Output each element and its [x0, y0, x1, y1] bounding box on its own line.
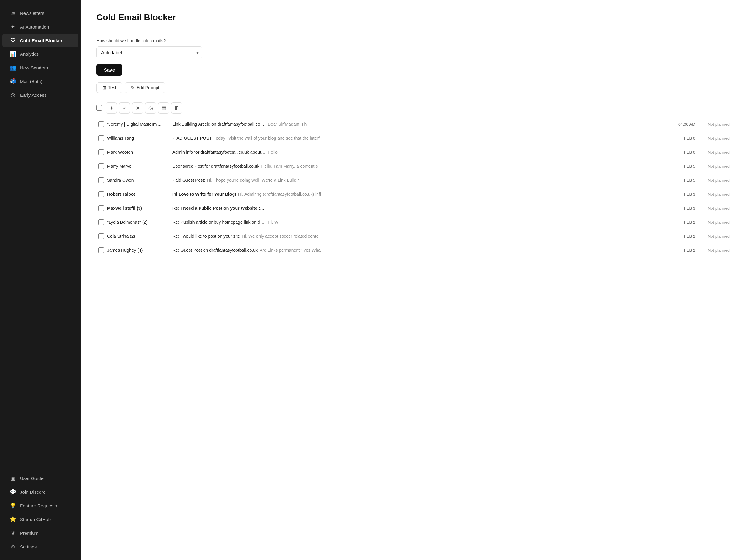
email-sender: James Hughey (4) [107, 248, 169, 252]
sidebar-item-premium[interactable]: ♛Premium [2, 526, 78, 540]
settings-icon: ⚙ [9, 543, 16, 550]
email-date: FEB 2 [673, 234, 695, 239]
sidebar-bottom: ▣User Guide💬Join Discord💡Feature Request… [0, 468, 81, 560]
email-row[interactable]: "Jeremy | Digital Mastermi... Link Build… [97, 117, 731, 131]
email-subject-preview: Paid Guest Post: Hi, I hope you're doing… [173, 178, 670, 183]
x-btn-icon: ✕ [136, 105, 140, 111]
sidebar-item-label: Newsletters [20, 10, 44, 16]
tab-edit-prompt[interactable]: ✎Edit Prompt [125, 82, 165, 93]
sidebar-item-newsletters[interactable]: ✉Newsletters [2, 6, 78, 20]
edit-prompt-tab-icon: ✎ [131, 85, 134, 90]
email-sender: Marry Marvel [107, 164, 169, 169]
premium-icon: ♛ [9, 530, 16, 536]
tab-test[interactable]: ⊞Test [97, 82, 122, 93]
toolbar-check-btn[interactable]: ✓ [119, 102, 130, 113]
email-sender: Sandra Owen [107, 178, 169, 183]
email-row[interactable]: "Lydia Bolmenäs" (2) Re: Publish article… [97, 215, 731, 229]
email-row[interactable]: Sandra Owen Paid Guest Post: Hi, I hope … [97, 173, 731, 187]
sidebar-item-mail-beta[interactable]: 📬Mail (Beta) [2, 75, 78, 88]
email-preview: Hi, I hope you're doing well. We're a Li… [207, 178, 670, 183]
email-preview: Hi, We only accept soccer related conte [242, 234, 670, 239]
toolbar-eye-btn[interactable]: ◎ [145, 102, 156, 113]
sidebar-item-label: User Guide [20, 476, 44, 481]
email-sender: Cela Strina (2) [107, 234, 169, 239]
check-btn-icon: ✓ [123, 105, 127, 111]
sidebar-top: ✉Newsletters✦AI Automation🛡Cold Email Bl… [0, 0, 81, 468]
email-preview: Are Links permanent? Yes Wha [260, 248, 670, 252]
email-checkbox-0[interactable] [98, 121, 104, 127]
email-subject: PIAD GUEST POST [173, 136, 212, 141]
sidebar-item-analytics[interactable]: 📊Analytics [2, 47, 78, 61]
email-subject-preview: Admin info for draftfantasyfootball.co.u… [173, 150, 670, 155]
email-checkbox-4[interactable] [98, 177, 104, 183]
email-preview: Dear Sir/Madam, I h [268, 122, 670, 127]
email-checkbox-8[interactable] [98, 233, 104, 239]
sidebar-item-ai-automation[interactable]: ✦AI Automation [2, 20, 78, 34]
test-tab-icon: ⊞ [102, 85, 106, 90]
email-checkbox-2[interactable] [98, 149, 104, 155]
question-label: How should we handle cold emails? [97, 38, 731, 43]
sidebar-item-early-access[interactable]: ◎Early Access [2, 88, 78, 102]
newsletters-icon: ✉ [9, 10, 16, 17]
sidebar-item-label: Cold Email Blocker [20, 38, 62, 43]
email-row[interactable]: Robert Talbot I'd Love to Write for Your… [97, 187, 731, 201]
email-preview: Today i visit the wall of your blog and … [214, 136, 670, 141]
toolbar-ai-btn[interactable]: ✦ [106, 102, 117, 113]
email-subject: Sponsored Post for draftfantasyfootball.… [173, 164, 259, 169]
email-row[interactable]: Williams Tang PIAD GUEST POST Today i vi… [97, 131, 731, 145]
save-button[interactable]: Save [97, 64, 122, 76]
email-row[interactable]: Cela Strina (2) Re: I would like to post… [97, 229, 731, 243]
user-guide-icon: ▣ [9, 475, 16, 482]
email-subject: Paid Guest Post: [173, 178, 205, 183]
ai-automation-icon: ✦ [9, 24, 16, 30]
email-subject-preview: Re: I Need a Public Post on your Website… [173, 206, 670, 211]
sidebar-item-user-guide[interactable]: ▣User Guide [2, 472, 78, 485]
email-checkbox-1[interactable] [98, 135, 104, 141]
sidebar-item-settings[interactable]: ⚙Settings [2, 540, 78, 554]
sidebar-item-feature-requests[interactable]: 💡Feature Requests [2, 499, 78, 512]
sidebar-item-label: Join Discord [20, 489, 46, 495]
select-all-checkbox[interactable] [97, 105, 102, 111]
cold-email-blocker-icon: 🛡 [9, 37, 16, 44]
email-row[interactable]: Marry Marvel Sponsored Post for draftfan… [97, 159, 731, 173]
toolbar-x-btn[interactable]: ✕ [132, 102, 143, 113]
email-checkbox-3[interactable] [98, 163, 104, 169]
email-status: Not planned [698, 206, 729, 211]
email-subject-preview: Link Building Article on draftfantasyfoo… [173, 122, 670, 127]
email-sender: Williams Tang [107, 136, 169, 141]
toolbar-delete-btn[interactable]: 🗑 [171, 102, 182, 113]
action-tabs: ⊞Test✎Edit Prompt [97, 82, 731, 93]
edit-prompt-tab-label: Edit Prompt [137, 85, 159, 90]
email-subject-preview: I'd Love to Write for Your Blog! Hi, Adm… [173, 192, 670, 196]
sidebar-item-new-senders[interactable]: 👥New Senders [2, 61, 78, 74]
archive-btn-icon: ▤ [161, 105, 166, 111]
sidebar-item-cold-email-blocker[interactable]: 🛡Cold Email Blocker [2, 34, 78, 47]
email-preview: Hi, Admiring (draftfantasyfootball.co.uk… [238, 192, 670, 196]
email-row[interactable]: Maxwell steffi (3) Re: I Need a Public P… [97, 201, 731, 215]
email-status: Not planned [698, 164, 729, 169]
email-subject-preview: Re: I would like to post on your site Hi… [173, 234, 670, 239]
email-status: Not planned [698, 234, 729, 239]
email-checkbox-7[interactable] [98, 219, 104, 225]
email-sender: Maxwell steffi (3) [107, 206, 169, 211]
main-content: Cold Email Blocker How should we handle … [81, 0, 747, 560]
sidebar-item-join-discord[interactable]: 💬Join Discord [2, 485, 78, 499]
email-checkbox-6[interactable] [98, 205, 104, 211]
email-date: FEB 2 [673, 248, 695, 252]
sidebar-item-star-github[interactable]: ⭐Star on GitHub [2, 513, 78, 526]
email-preview: Hello [268, 150, 670, 155]
email-checkbox-5[interactable] [98, 191, 104, 197]
action-select[interactable]: Auto labelArchiveDeleteMark as spam [97, 46, 202, 58]
sidebar-item-label: New Senders [20, 65, 48, 70]
email-row[interactable]: Mark Wooten Admin info for draftfantasyf… [97, 145, 731, 159]
feature-requests-icon: 💡 [9, 502, 16, 509]
toolbar-archive-btn[interactable]: ▤ [158, 102, 169, 113]
sidebar-item-label: Feature Requests [20, 503, 57, 508]
early-access-icon: ◎ [9, 92, 16, 98]
test-tab-label: Test [108, 85, 117, 90]
email-checkbox-9[interactable] [98, 247, 104, 253]
email-subject: I'd Love to Write for Your Blog! [173, 192, 236, 196]
email-date: FEB 6 [673, 136, 695, 141]
join-discord-icon: 💬 [9, 489, 16, 495]
email-row[interactable]: James Hughey (4) Re: Guest Post on draft… [97, 243, 731, 257]
